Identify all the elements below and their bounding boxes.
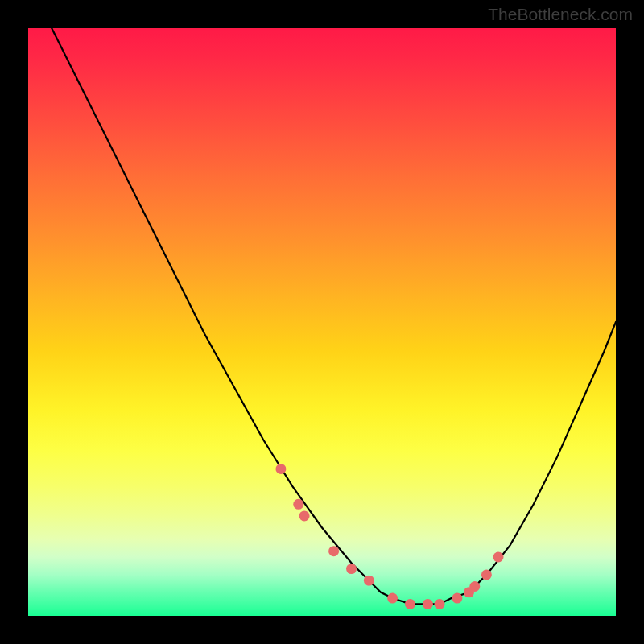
highlight-dot <box>481 569 492 580</box>
highlight-dot <box>328 546 339 556</box>
highlight-dot <box>293 499 303 510</box>
chart-svg-layer <box>28 28 616 616</box>
watermark-text: TheBottleneck.com <box>488 5 633 24</box>
chart-plot-area <box>28 28 616 616</box>
highlight-dot <box>423 599 433 609</box>
highlight-dots-group <box>275 464 503 609</box>
highlight-dot <box>493 552 504 563</box>
highlight-dot <box>387 593 398 604</box>
highlight-dot <box>435 599 445 609</box>
highlight-dot <box>275 464 286 474</box>
highlight-dot <box>469 581 480 592</box>
highlight-dot <box>405 599 415 609</box>
bottleneck-curve-line <box>28 28 616 604</box>
highlight-dot <box>452 593 462 604</box>
highlight-dot <box>346 564 357 574</box>
highlight-dot <box>299 510 310 521</box>
highlight-dot <box>364 576 374 586</box>
